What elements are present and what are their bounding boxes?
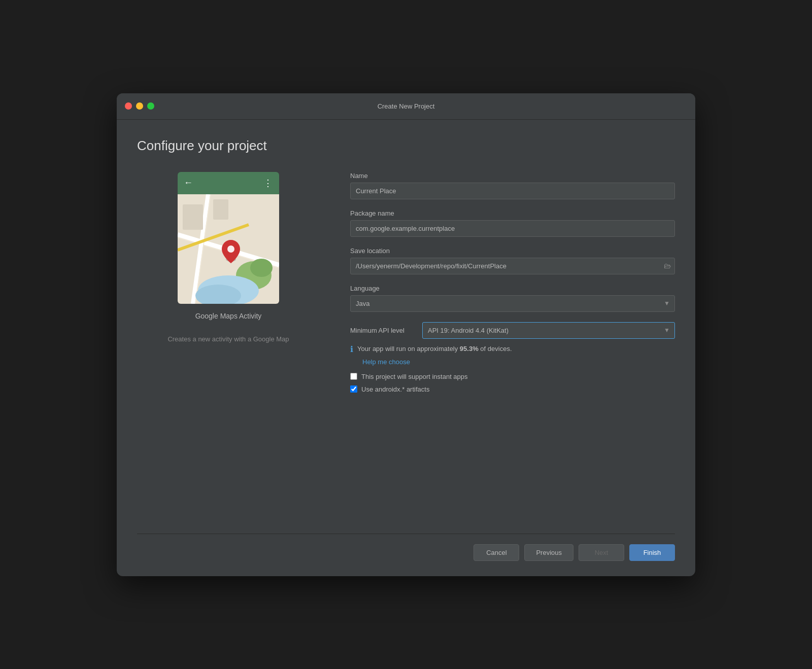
map-toolbar: ← ⋮: [178, 172, 279, 194]
activity-description: Creates a new activity with a Google Map: [167, 334, 289, 344]
main-window: Create New Project Configure your projec…: [117, 93, 695, 576]
androidx-row: Use androidx.* artifacts: [350, 385, 675, 393]
name-input[interactable]: [350, 183, 675, 199]
language-field-group: Language Java Kotlin ▼: [350, 285, 675, 312]
content-area: Configure your project ← ⋮: [117, 120, 695, 576]
info-row: ℹ Your app will run on approximately 95.…: [350, 344, 675, 354]
finish-button[interactable]: Finish: [629, 544, 675, 561]
package-name-input[interactable]: [350, 220, 675, 237]
instant-apps-checkbox[interactable]: [350, 373, 357, 380]
save-location-label: Save location: [350, 247, 675, 255]
svg-rect-10: [183, 204, 203, 230]
right-panel: Name Package name Save location 🗁: [350, 172, 675, 534]
window-title: Create New Project: [378, 102, 435, 110]
androidx-checkbox[interactable]: [350, 385, 357, 393]
activity-name: Google Maps Activity: [195, 312, 262, 320]
instant-apps-label[interactable]: This project will support instant apps: [361, 373, 468, 380]
min-api-row: Minimum API level API 19: Android 4.4 (K…: [350, 322, 675, 339]
activity-preview: ← ⋮: [178, 172, 279, 304]
min-api-label: Minimum API level: [350, 327, 416, 334]
save-location-input-wrapper: 🗁: [350, 258, 675, 274]
minimize-button[interactable]: [136, 102, 143, 110]
androidx-label[interactable]: Use androidx.* artifacts: [361, 385, 429, 393]
help-me-choose-link[interactable]: Help me choose: [362, 358, 675, 366]
min-api-select-wrapper: API 19: Android 4.4 (KitKat) API 21: And…: [422, 322, 675, 339]
name-label: Name: [350, 172, 675, 180]
name-field-group: Name: [350, 172, 675, 199]
svg-rect-11: [213, 199, 228, 220]
instant-apps-row: This project will support instant apps: [350, 373, 675, 380]
svg-point-7: [250, 259, 273, 277]
cancel-button[interactable]: Cancel: [473, 544, 519, 561]
maximize-button[interactable]: [147, 102, 154, 110]
footer: Cancel Previous Next Finish: [137, 534, 675, 561]
traffic-lights: [125, 102, 154, 110]
main-area: ← ⋮: [137, 172, 675, 534]
back-arrow-icon: ←: [184, 178, 193, 188]
page-title: Configure your project: [137, 138, 675, 154]
package-name-field-group: Package name: [350, 209, 675, 237]
language-select-wrapper: Java Kotlin ▼: [350, 295, 675, 312]
close-button[interactable]: [125, 102, 132, 110]
map-image: [178, 194, 279, 304]
language-select[interactable]: Java Kotlin: [350, 295, 675, 312]
save-location-input[interactable]: [350, 258, 675, 274]
titlebar: Create New Project: [117, 93, 695, 120]
svg-point-13: [227, 245, 234, 253]
folder-icon[interactable]: 🗁: [664, 262, 671, 270]
left-panel: ← ⋮: [137, 172, 320, 534]
package-name-label: Package name: [350, 209, 675, 217]
more-options-icon: ⋮: [263, 178, 273, 189]
next-button[interactable]: Next: [579, 544, 624, 561]
save-location-field-group: Save location 🗁: [350, 247, 675, 274]
info-text: Your app will run on approximately 95.3%…: [357, 344, 512, 354]
previous-button[interactable]: Previous: [524, 544, 573, 561]
min-api-select[interactable]: API 19: Android 4.4 (KitKat) API 21: And…: [422, 322, 675, 339]
info-icon: ℹ: [350, 344, 353, 354]
language-label: Language: [350, 285, 675, 292]
